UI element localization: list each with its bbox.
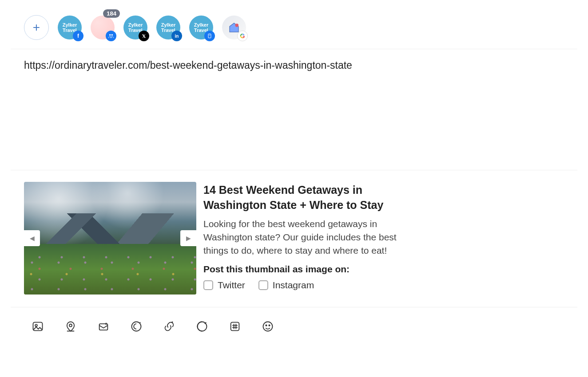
svg-rect-6 [33,322,43,331]
facebook-icon: f [73,31,83,41]
checkbox-icon [258,280,268,290]
next-thumbnail-button[interactable]: ▶ [180,230,196,246]
emoji-button[interactable] [261,320,274,333]
hashtag-button[interactable] [228,320,242,333]
instagram-checkbox[interactable]: Instagram [258,280,314,291]
twitter-checkbox-label: Twitter [218,280,245,291]
compose-toolbar [11,307,577,338]
svg-point-5 [235,24,239,27]
link-preview: ◀ ▶ 14 Best Weekend Getaways in Washingt… [11,170,577,307]
account-avatar-fbpage[interactable]: Zylker Travel [189,16,213,39]
add-account-button[interactable]: + [24,15,49,40]
svg-rect-12 [231,322,239,331]
alt-text-button[interactable] [195,320,209,333]
checkbox-icon [203,280,213,290]
svg-point-15 [269,325,270,326]
google-icon: G [237,31,248,41]
add-image-button[interactable] [31,320,44,333]
facebook-page-icon [204,31,215,41]
plus-icon: + [33,20,40,35]
campaign-button[interactable] [97,320,110,333]
add-location-button[interactable] [64,320,77,333]
svg-point-14 [266,325,266,326]
char-count-badge: 184 [103,9,120,18]
preview-description: Looking for the best weekend getaways in… [203,217,408,258]
account-avatar-linkedin[interactable]: Zylker Travel in [156,16,180,39]
zia-button[interactable] [130,320,143,333]
group-icon [106,31,116,41]
svg-rect-2 [208,34,211,38]
svg-point-8 [69,324,72,327]
compose-text-area[interactable]: https://ordinarytraveler.com/best-weeken… [11,49,577,170]
instagram-checkbox-label: Instagram [273,280,314,291]
preview-title: 14 Best Weekend Getaways in Washington S… [203,183,408,213]
account-avatar-x[interactable]: Zylker Travel 𝕏 [123,16,147,39]
accounts-row: + Zylker Travel f 184 Zylker Travel 𝕏 Zy… [11,13,577,49]
shorten-link-button[interactable] [163,320,176,333]
prev-thumbnail-button[interactable]: ◀ [24,230,40,246]
twitter-checkbox[interactable]: Twitter [203,280,245,291]
linkedin-icon: in [171,31,182,41]
svg-point-1 [111,34,113,36]
account-avatar-facebook[interactable]: Zylker Travel f [58,16,82,39]
svg-point-13 [263,322,273,331]
svg-point-7 [35,324,37,326]
x-icon: 𝕏 [139,31,149,41]
post-thumbnail-label: Post this thumbnail as image on: [203,264,408,275]
account-avatar-group[interactable]: 184 [91,16,115,39]
preview-thumbnail: ◀ ▶ [24,182,196,295]
svg-point-0 [109,34,111,36]
account-avatar-google[interactable]: G [222,16,246,39]
compose-text: https://ordinarytraveler.com/best-weeken… [24,58,564,72]
